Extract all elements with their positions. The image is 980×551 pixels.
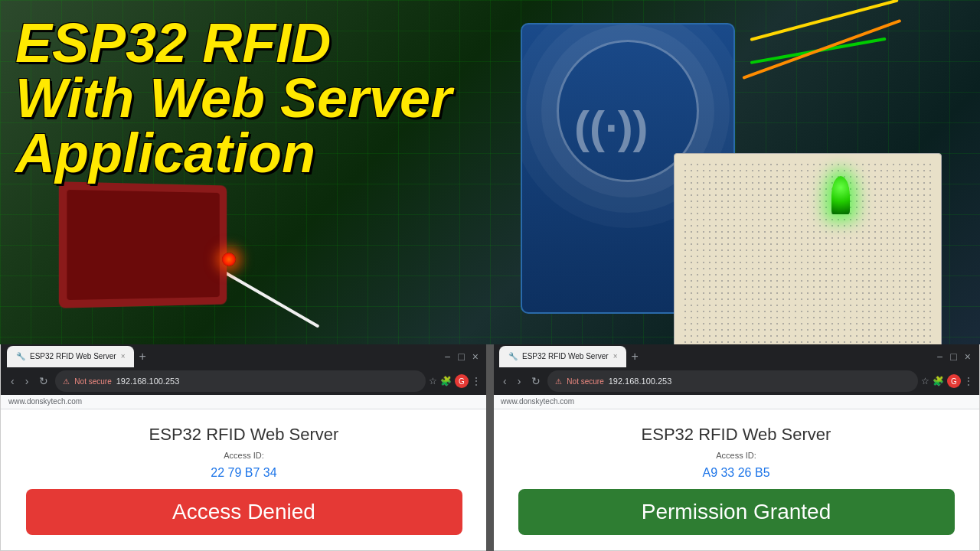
esp32-board: [59, 181, 227, 308]
tab-bar-left: 🔧 ESP32 RFID Web Server × +: [7, 346, 149, 367]
minimize-button-right[interactable]: −: [934, 350, 945, 363]
access-id-label-left: Access ID:: [224, 451, 264, 460]
title-line3: Application: [15, 126, 452, 181]
browser-content-right: ESP32 RFID Web Server Access ID: A9 33 2…: [493, 409, 979, 550]
tab-favicon-right: 🔧: [508, 352, 518, 360]
not-secure-label-left: Not secure: [74, 377, 111, 386]
url-right: 192.168.100.253: [609, 377, 672, 386]
browser-chrome-left: 🔧 ESP32 RFID Web Server × + − □ ×: [1, 344, 487, 368]
divider: [486, 344, 494, 551]
profile-icon-left[interactable]: G: [455, 374, 469, 388]
title-overlay: ESP32 RFID With Web Server Application: [15, 15, 452, 181]
led-green: [831, 176, 850, 214]
close-button-right[interactable]: ×: [962, 350, 973, 363]
new-tab-button-right[interactable]: +: [628, 350, 641, 364]
access-id-value-right: A9 33 26 B5: [702, 466, 769, 480]
reload-button-left[interactable]: ↻: [35, 372, 52, 390]
close-button-left[interactable]: ×: [470, 350, 481, 363]
window-controls-left: − □ ×: [442, 350, 481, 363]
access-id-value-left: 22 79 B7 34: [211, 466, 276, 480]
maximize-button-right[interactable]: □: [948, 350, 959, 363]
security-icon-right: ⚠: [555, 377, 562, 386]
maximize-button-left[interactable]: □: [456, 350, 466, 363]
wire-yellow: [750, 0, 898, 41]
browser-window-left: 🔧 ESP32 RFID Web Server × + − □ × ‹ › ↻ …: [0, 344, 488, 551]
tab-close-right[interactable]: ×: [613, 352, 618, 360]
browser-window-right: 🔧 ESP32 RFID Web Server × + − □ × ‹ › ↻ …: [492, 344, 980, 551]
tab-favicon-left: 🔧: [16, 352, 25, 360]
bookmark-icon-left[interactable]: ☆: [429, 376, 437, 386]
reload-button-right[interactable]: ↻: [528, 372, 544, 390]
forward-button-left[interactable]: ›: [21, 372, 33, 390]
tab-left[interactable]: 🔧 ESP32 RFID Web Server ×: [7, 346, 134, 367]
breadboard-dots: [682, 161, 933, 344]
profile-icon-right[interactable]: G: [947, 374, 961, 388]
back-button-left[interactable]: ‹: [7, 372, 18, 390]
breadboard: [674, 153, 942, 352]
window-controls-right: − □ ×: [934, 350, 973, 363]
access-id-label-right: Access ID:: [716, 451, 756, 460]
back-button-right[interactable]: ‹: [499, 372, 511, 390]
extensions-icon-left[interactable]: 🧩: [440, 376, 452, 386]
tab-label-left: ESP32 RFID Web Server: [30, 352, 116, 360]
tab-right[interactable]: 🔧 ESP32 RFID Web Server ×: [499, 346, 626, 367]
tab-label-right: ESP32 RFID Web Server: [522, 352, 609, 360]
website-label-right: www.donskytech.com: [501, 397, 574, 406]
minimize-button-left[interactable]: −: [442, 350, 452, 363]
led-red: [222, 253, 236, 266]
menu-icon-left[interactable]: ⋮: [472, 376, 481, 386]
menu-icon-right[interactable]: ⋮: [964, 376, 973, 386]
browser-content-left: ESP32 RFID Web Server Access ID: 22 79 B…: [1, 409, 487, 550]
address-bar-left[interactable]: ⚠ Not secure 192.168.100.253: [55, 370, 426, 392]
title-line1: ESP32 RFID: [15, 15, 452, 70]
extensions-icon-right[interactable]: 🧩: [933, 376, 944, 386]
forward-button-right[interactable]: ›: [514, 372, 525, 390]
bookmark-icon-right[interactable]: ☆: [921, 376, 929, 386]
page-title-left: ESP32 RFID Web Server: [149, 425, 339, 445]
tab-close-left[interactable]: ×: [121, 352, 126, 360]
page-title-right: ESP32 RFID Web Server: [642, 425, 831, 445]
permission-granted-button[interactable]: Permission Granted: [518, 489, 955, 535]
security-icon-left: ⚠: [63, 377, 70, 386]
browser-chrome-right: 🔧 ESP32 RFID Web Server × + − □ ×: [493, 344, 979, 368]
new-tab-button-left[interactable]: +: [136, 350, 149, 364]
address-bar-right[interactable]: ⚠ Not secure 192.168.100.253: [547, 370, 918, 392]
browser-toolbar-right: ‹ › ↻ ⚠ Not secure 192.168.100.253 ☆ 🧩 G…: [493, 368, 979, 395]
access-denied-button[interactable]: Access Denied: [26, 489, 462, 535]
not-secure-label-right: Not secure: [567, 377, 603, 386]
wire-orange: [742, 19, 901, 80]
tab-bar-right: 🔧 ESP32 RFID Web Server × +: [499, 346, 642, 367]
browser-toolbar-left: ‹ › ↻ ⚠ Not secure 192.168.100.253 ☆ 🧩 G…: [1, 368, 487, 395]
browser-actions-left: ☆ 🧩 G ⋮: [429, 374, 481, 388]
website-bar-right: www.donskytech.com: [493, 395, 979, 409]
browser-actions-right: ☆ 🧩 G ⋮: [921, 374, 973, 388]
website-label-left: www.donskytech.com: [8, 397, 82, 406]
title-line2: With Web Server: [15, 70, 452, 126]
url-left: 192.168.100.253: [116, 377, 180, 386]
website-bar-left: www.donskytech.com: [1, 395, 487, 409]
